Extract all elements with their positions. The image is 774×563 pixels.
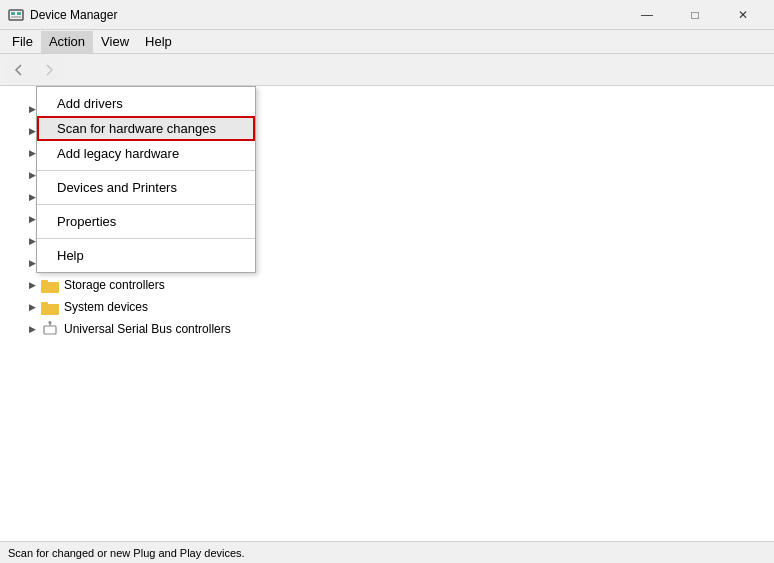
window-controls: — □ ✕ <box>624 0 766 30</box>
forward-button[interactable] <box>35 57 63 83</box>
folder-icon <box>40 297 60 317</box>
svg-rect-24 <box>41 302 48 306</box>
collapse-arrow: ▶ <box>24 277 40 293</box>
folder-icon <box>40 275 60 295</box>
status-text: Scan for changed or new Plug and Play de… <box>8 547 245 559</box>
menu-properties[interactable]: Properties <box>37 209 255 234</box>
menu-bar: File Action View Help <box>0 30 774 54</box>
menu-devices-printers[interactable]: Devices and Printers <box>37 175 255 200</box>
tree-item-usb[interactable]: ▶ Universal Serial Bus controllers <box>0 318 774 340</box>
menu-add-drivers[interactable]: Add drivers <box>37 91 255 116</box>
collapse-arrow: ▶ <box>24 321 40 337</box>
tree-label: Storage controllers <box>64 278 165 292</box>
usb-icon <box>40 319 60 339</box>
svg-rect-1 <box>11 12 15 15</box>
minimize-button[interactable]: — <box>624 0 670 30</box>
svg-rect-0 <box>9 10 23 20</box>
title-bar: Device Manager — □ ✕ <box>0 0 774 30</box>
app-icon <box>8 7 24 23</box>
svg-rect-22 <box>41 280 48 284</box>
menu-add-legacy[interactable]: Add legacy hardware <box>37 141 255 166</box>
menu-scan-hardware[interactable]: Scan for hardware changes <box>37 116 255 141</box>
menu-view[interactable]: View <box>93 31 137 53</box>
maximize-button[interactable]: □ <box>672 0 718 30</box>
svg-rect-2 <box>17 12 21 15</box>
svg-rect-25 <box>44 326 56 334</box>
svg-point-27 <box>49 321 52 324</box>
status-bar: Scan for changed or new Plug and Play de… <box>0 541 774 563</box>
back-button[interactable] <box>5 57 33 83</box>
main-content: Add drivers Scan for hardware changes Ad… <box>0 86 774 541</box>
close-button[interactable]: ✕ <box>720 0 766 30</box>
menu-help[interactable]: Help <box>37 243 255 268</box>
menu-file[interactable]: File <box>4 31 41 53</box>
tree-item-system-devices[interactable]: ▶ System devices <box>0 296 774 318</box>
action-dropdown: Add drivers Scan for hardware changes Ad… <box>36 86 256 273</box>
collapse-arrow: ▶ <box>24 299 40 315</box>
tree-label: System devices <box>64 300 148 314</box>
tree-item-storage[interactable]: ▶ Storage controllers <box>0 274 774 296</box>
toolbar <box>0 54 774 86</box>
window-title: Device Manager <box>30 8 624 22</box>
sep3 <box>37 238 255 239</box>
tree-label: Universal Serial Bus controllers <box>64 322 231 336</box>
menu-help[interactable]: Help <box>137 31 180 53</box>
menu-action[interactable]: Action <box>41 31 93 53</box>
sep2 <box>37 204 255 205</box>
sep1 <box>37 170 255 171</box>
